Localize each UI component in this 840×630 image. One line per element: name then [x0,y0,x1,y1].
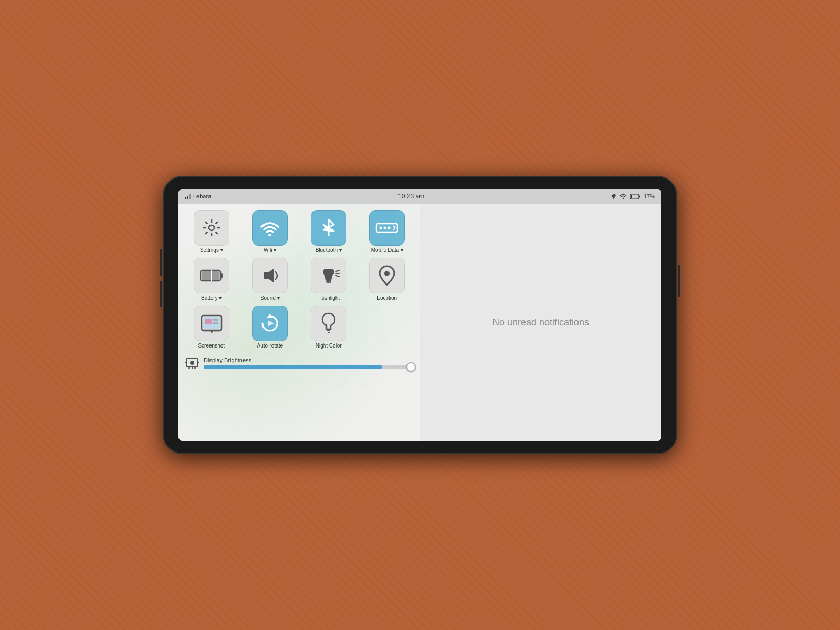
night-color-icon [311,306,346,341]
sound-label: Sound ▾ [260,295,280,301]
power-button[interactable] [678,265,680,297]
phone-device: Lebara 10:23 am [163,176,677,454]
svg-line-14 [393,228,395,230]
volume-down-button[interactable] [160,281,162,307]
qs-row-3: Screenshot Auto-rotate [184,306,415,349]
quick-settings-panel: Settings ▾ Wifi ▾ [178,204,420,441]
wifi-label: Wifi ▾ [264,247,276,254]
brightness-slider-thumb[interactable] [406,362,416,372]
screenshot-label: Screenshot [198,343,225,349]
svg-point-10 [380,227,382,229]
status-bar: Lebara 10:23 am [178,189,662,204]
screen-body: Settings ▾ Wifi ▾ [178,204,662,441]
clock: 10:23 am [398,193,424,200]
night-color-label: Night Color [316,343,342,349]
svg-point-24 [384,271,390,276]
svg-rect-29 [213,322,218,324]
notifications-panel: No unread notifications [420,204,662,441]
sound-tile[interactable]: Sound ▾ [243,258,298,301]
brightness-slider-fill [204,365,382,369]
bluetooth-label: Bluetooth ▾ [316,247,342,254]
empty-slot [360,306,395,349]
flashlight-label: Flashlight [317,295,340,301]
screenshot-icon [194,306,229,341]
battery-tile[interactable]: Battery ▾ [184,258,239,301]
svg-line-13 [393,226,395,228]
status-left: Lebara [185,193,211,200]
location-label: Location [377,295,397,301]
screenshot-tile[interactable]: Screenshot [184,306,239,349]
status-right: 17% [611,193,655,200]
svg-marker-0 [185,197,186,200]
brightness-slider-track[interactable] [204,365,414,369]
brightness-row: Display Brightness [184,353,415,372]
svg-point-7 [209,225,214,230]
svg-marker-1 [187,196,188,200]
battery-status-icon [630,194,640,200]
svg-rect-5 [639,195,640,197]
carrier-name: Lebara [193,193,211,200]
svg-rect-17 [202,271,219,280]
wifi-status-icon [620,194,627,199]
svg-point-3 [623,198,624,199]
svg-point-37 [190,361,194,365]
svg-rect-27 [205,319,212,324]
signal-icon [185,193,191,200]
bluetooth-icon [311,210,346,246]
bluetooth-tile[interactable]: Bluetooth ▾ [301,210,356,254]
location-tile[interactable]: Location [360,258,415,301]
flashlight-tile[interactable]: Flashlight [301,258,356,301]
sound-icon [252,258,288,293]
svg-rect-20 [326,281,331,283]
mobile-data-tile[interactable]: Mobile Data ▾ [360,210,415,254]
svg-rect-6 [631,195,632,198]
brightness-title: Display Brightness [204,357,414,363]
auto-rotate-icon [252,306,288,341]
wifi-icon [252,210,288,246]
svg-rect-16 [220,273,223,278]
svg-point-11 [384,227,386,229]
brightness-control[interactable]: Display Brightness [204,357,414,369]
mobile-data-label: Mobile Data ▾ [371,247,403,254]
qs-row-2: Battery ▾ Sound ▾ [184,258,415,301]
auto-rotate-tile[interactable]: Auto-rotate [243,306,298,349]
svg-point-12 [388,227,391,229]
settings-icon [194,210,229,246]
qs-row-1: Settings ▾ Wifi ▾ [184,210,415,254]
settings-label: Settings ▾ [200,247,223,254]
wifi-tile[interactable]: Wifi ▾ [243,210,298,254]
svg-marker-2 [189,194,191,200]
flashlight-icon [311,258,346,293]
mobile-data-icon [369,210,405,246]
svg-rect-19 [323,269,334,275]
svg-point-31 [211,331,213,333]
svg-point-8 [268,234,271,236]
no-notifications-text: No unread notifications [492,317,589,328]
settings-tile[interactable]: Settings ▾ [184,210,239,254]
night-color-tile[interactable]: Night Color [301,306,356,349]
brightness-icon [185,355,200,370]
svg-rect-28 [213,319,218,321]
bluetooth-status-icon [611,193,616,200]
battery-label: Battery ▾ [201,295,222,301]
battery-icon [194,258,229,293]
volume-up-button[interactable] [160,249,162,276]
location-icon [369,258,405,293]
battery-percent: 17% [644,193,655,200]
svg-line-23 [336,276,339,277]
phone-screen: Lebara 10:23 am [178,189,662,441]
auto-rotate-label: Auto-rotate [257,343,283,349]
svg-line-21 [336,270,339,271]
